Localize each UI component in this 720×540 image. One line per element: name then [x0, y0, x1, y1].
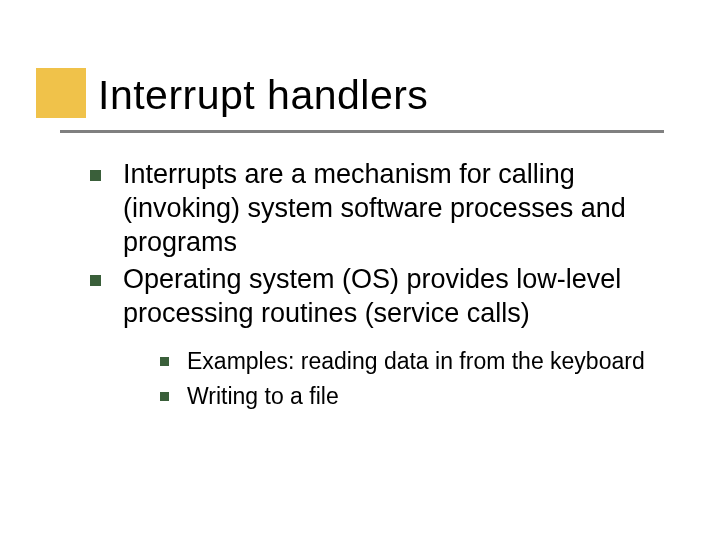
- list-item: Writing to a file: [160, 382, 670, 411]
- square-bullet-icon: [160, 392, 169, 401]
- bullet-text: Interrupts are a mechanism for calling (…: [123, 158, 670, 259]
- square-bullet-icon: [90, 170, 101, 181]
- square-bullet-icon: [160, 357, 169, 366]
- bullet-text: Operating system (OS) provides low-level…: [123, 263, 670, 331]
- list-item: Interrupts are a mechanism for calling (…: [90, 158, 670, 259]
- title-underline: [60, 130, 664, 133]
- title-accent-block: [36, 68, 86, 118]
- list-item: Operating system (OS) provides low-level…: [90, 263, 670, 331]
- slide-body: Interrupts are a mechanism for calling (…: [90, 158, 670, 416]
- slide-title: Interrupt handlers: [98, 72, 428, 119]
- square-bullet-icon: [90, 275, 101, 286]
- list-item: Examples: reading data in from the keybo…: [160, 347, 670, 376]
- slide: Interrupt handlers Interrupts are a mech…: [0, 0, 720, 540]
- bullet-text: Examples: reading data in from the keybo…: [187, 347, 645, 376]
- sub-list: Examples: reading data in from the keybo…: [160, 347, 670, 411]
- bullet-text: Writing to a file: [187, 382, 339, 411]
